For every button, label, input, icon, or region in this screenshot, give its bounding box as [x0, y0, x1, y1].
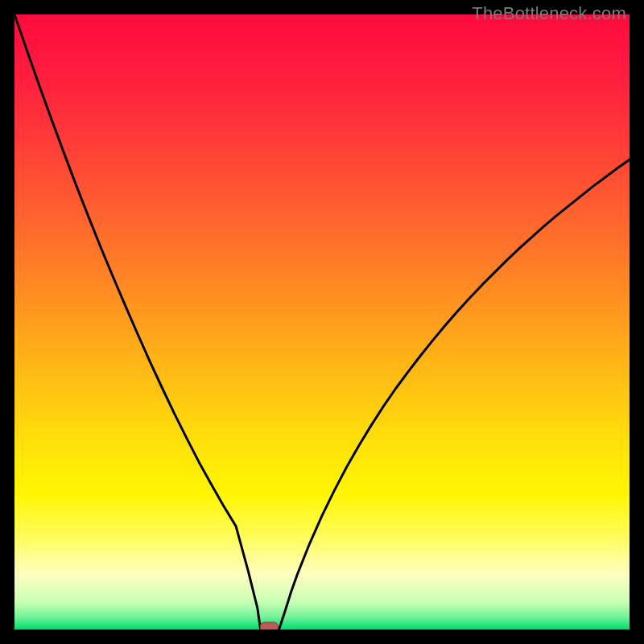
chart-frame [14, 14, 630, 630]
bottleneck-plot [14, 14, 630, 630]
optimal-point-marker [260, 622, 278, 630]
attribution-text: TheBottleneck.com [472, 3, 626, 24]
gradient-background [14, 14, 630, 630]
